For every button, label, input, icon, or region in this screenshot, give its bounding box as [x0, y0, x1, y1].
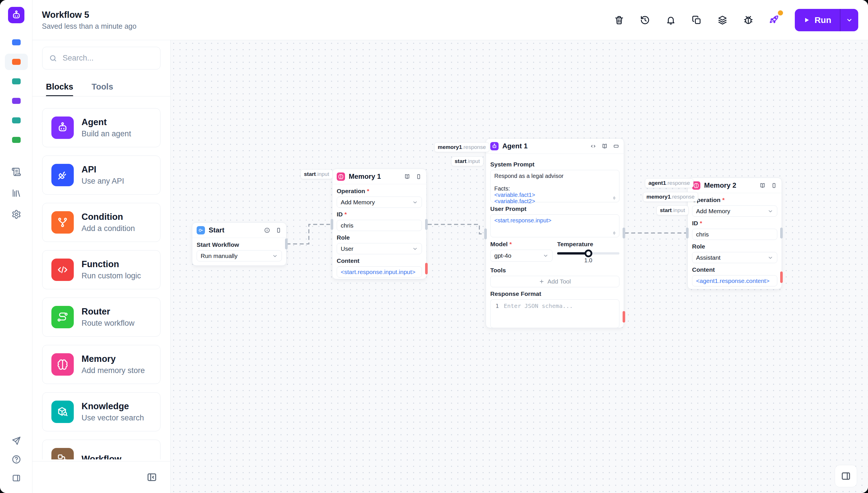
add-tool-button[interactable]: Add Tool: [490, 276, 619, 287]
workspace-list: [0, 39, 33, 143]
search-icon: [49, 54, 58, 63]
panel-toggle-icon[interactable]: [12, 473, 21, 483]
port-memory1-input[interactable]: [331, 219, 333, 230]
docs-icon[interactable]: [601, 143, 608, 150]
start-icon: [197, 226, 205, 234]
run-button[interactable]: Run: [795, 9, 840, 31]
port-agent1-output[interactable]: [622, 228, 625, 238]
id-input[interactable]: chris: [337, 220, 422, 231]
block-card-agent[interactable]: Agent Build an agent: [42, 108, 161, 147]
collapse-sidebar-button[interactable]: [146, 471, 157, 483]
node-memory2[interactable]: Memory 2 Operation* Add Memory ID* chris…: [687, 178, 782, 289]
panel-rect-icon[interactable]: [275, 227, 282, 234]
port-memory2-output[interactable]: [780, 228, 783, 238]
layers-icon: [717, 15, 728, 25]
search-input[interactable]: [62, 53, 154, 63]
field-label: Role: [337, 234, 422, 241]
node-memory1[interactable]: Memory 1 Operation* Add Memory ID* chris…: [332, 169, 426, 279]
node-agent1[interactable]: Agent 1 System Prompt Respond as a legal…: [486, 138, 624, 328]
chevron-down-icon: [767, 255, 773, 261]
deploy-button[interactable]: [769, 14, 779, 25]
resize-handle-icon[interactable]: [612, 231, 617, 236]
open-panel-button[interactable]: [835, 465, 857, 487]
router-tile: [51, 306, 74, 328]
port-memory2-input[interactable]: [686, 228, 689, 238]
port-memory2-error[interactable]: [780, 272, 783, 283]
panel-rect-icon[interactable]: [771, 182, 777, 189]
settings-gear-icon[interactable]: [12, 210, 21, 219]
response-format-editor[interactable]: 1 Enter JSON schema...: [490, 299, 619, 328]
node-memory1-header: Memory 1: [332, 169, 426, 184]
content-input[interactable]: <start.response.input.input>: [337, 266, 422, 278]
workspace-item-4[interactable]: [12, 98, 21, 104]
port-memory1-output[interactable]: [425, 219, 428, 230]
docs-icon[interactable]: [404, 173, 410, 180]
code-toggle-icon[interactable]: [590, 143, 596, 150]
temperature-slider[interactable]: [557, 252, 619, 255]
rail-middle-icons: [0, 167, 33, 219]
docs-icon[interactable]: [759, 182, 766, 189]
operation-select[interactable]: Add Memory: [692, 206, 777, 217]
help-icon[interactable]: [12, 454, 21, 464]
trash-icon: [614, 15, 624, 25]
role-select[interactable]: User: [337, 243, 422, 254]
block-name: Memory: [82, 354, 145, 364]
history-button[interactable]: [640, 15, 650, 25]
start-workflow-select[interactable]: Run manually: [197, 250, 282, 261]
block-desc: Add memory store: [82, 366, 145, 375]
info-icon[interactable]: [264, 227, 270, 234]
block-card-function[interactable]: Function Run custom logic: [42, 250, 161, 289]
tab-tools[interactable]: Tools: [91, 82, 113, 97]
workspace-item-1[interactable]: [12, 39, 21, 45]
debug-button[interactable]: [743, 15, 754, 25]
panel-right-icon: [841, 471, 851, 481]
port-memory1-error[interactable]: [425, 263, 428, 274]
block-card-workflow[interactable]: Workflow: [42, 440, 161, 459]
send-icon[interactable]: [12, 436, 21, 446]
layers-button[interactable]: [717, 15, 728, 25]
app-logo[interactable]: [8, 7, 24, 23]
slider-thumb[interactable]: [585, 250, 592, 257]
api-tile: [51, 164, 74, 186]
delete-workflow-button[interactable]: [614, 15, 624, 25]
deployment-status-dot: [778, 10, 783, 16]
panel-rect-icon[interactable]: [415, 173, 422, 180]
chip-memory1-response: memory1.response: [434, 142, 489, 152]
library-icon[interactable]: [12, 188, 21, 198]
model-select[interactable]: gpt-4o: [490, 250, 553, 262]
workspace-item-6[interactable]: [12, 137, 21, 143]
port-agent1-input[interactable]: [484, 229, 487, 239]
role-select[interactable]: Assistant: [692, 252, 777, 263]
system-prompt-textarea[interactable]: Respond as a legal advisor Facts: <varia…: [490, 170, 619, 202]
duplicate-button[interactable]: [692, 15, 702, 25]
workspace-item-5[interactable]: [12, 117, 21, 123]
block-desc: Use any API: [82, 177, 124, 186]
node-start-header: Start: [192, 223, 286, 238]
user-prompt-textarea[interactable]: <start.response.input>: [490, 214, 619, 237]
block-card-router[interactable]: Router Route workflow: [42, 298, 161, 337]
notifications-button[interactable]: [665, 15, 676, 25]
block-card-condition[interactable]: Condition Add a condition: [42, 203, 161, 242]
tab-blocks[interactable]: Blocks: [46, 82, 73, 97]
block-card-api[interactable]: API Use any API: [42, 155, 161, 195]
workspace-item-2-selected[interactable]: [12, 59, 21, 65]
content-input[interactable]: <agent1.response.content>: [692, 275, 777, 286]
block-card-memory[interactable]: Memory Add memory store: [42, 345, 161, 384]
workspace-item-3[interactable]: [12, 78, 21, 84]
resize-handle-icon[interactable]: [612, 195, 617, 200]
id-input[interactable]: chris: [692, 229, 777, 240]
node-title: Memory 1: [349, 172, 381, 180]
chip-start-input: start.input: [300, 169, 333, 179]
chevron-down-icon: [412, 246, 418, 252]
node-start[interactable]: Start Start Workflow Run manually: [192, 222, 287, 266]
port-start-output[interactable]: [285, 238, 288, 249]
run-options-button[interactable]: [841, 9, 858, 31]
field-label: ID*: [692, 220, 777, 227]
operation-select[interactable]: Add Memory: [337, 197, 422, 208]
port-agent1-error[interactable]: [622, 311, 625, 323]
chip-agent1-response: agent1.response: [645, 178, 694, 188]
bug-icon: [743, 15, 754, 25]
wide-rect-icon[interactable]: [613, 143, 619, 150]
block-card-knowledge[interactable]: Knowledge Use vector search: [42, 392, 161, 431]
logs-icon[interactable]: [12, 167, 21, 177]
